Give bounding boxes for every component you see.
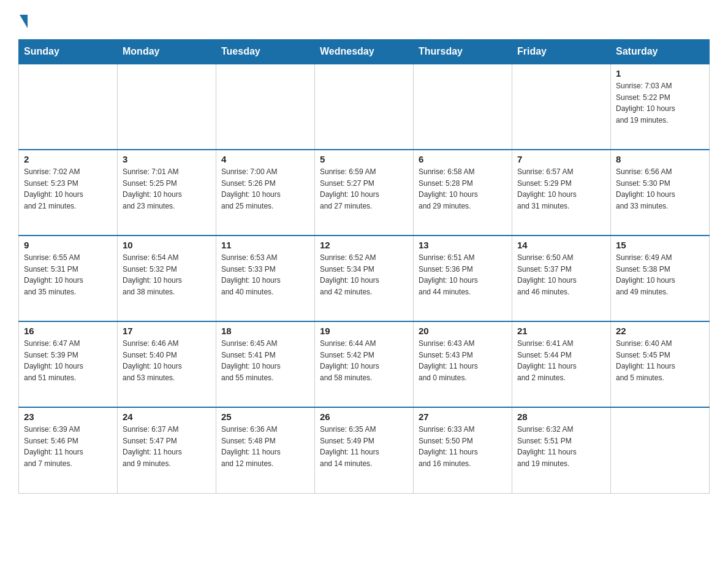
day-number: 25 — [221, 412, 309, 422]
day-number: 16 — [24, 326, 112, 336]
logo-triangle-icon — [20, 15, 28, 28]
calendar-cell: 10Sunrise: 6:54 AM Sunset: 5:32 PM Dayli… — [118, 236, 216, 321]
calendar-cell: 17Sunrise: 6:46 AM Sunset: 5:40 PM Dayli… — [118, 321, 216, 407]
day-number: 19 — [320, 326, 408, 336]
day-info: Sunrise: 6:49 AM Sunset: 5:38 PM Dayligh… — [616, 252, 704, 297]
day-info: Sunrise: 6:32 AM Sunset: 5:51 PM Dayligh… — [517, 424, 605, 469]
day-info: Sunrise: 7:03 AM Sunset: 5:22 PM Dayligh… — [616, 80, 704, 126]
weekday-header-friday: Friday — [512, 40, 611, 64]
day-number: 22 — [616, 326, 704, 336]
page-header — [18, 12, 710, 28]
calendar-table: SundayMondayTuesdayWednesdayThursdayFrid… — [18, 39, 710, 494]
day-number: 10 — [123, 240, 211, 250]
day-number: 9 — [24, 240, 112, 250]
calendar-cell: 5Sunrise: 6:59 AM Sunset: 5:27 PM Daylig… — [315, 150, 414, 236]
calendar-cell: 21Sunrise: 6:41 AM Sunset: 5:44 PM Dayli… — [512, 321, 611, 407]
day-info: Sunrise: 6:43 AM Sunset: 5:43 PM Dayligh… — [419, 338, 507, 383]
day-info: Sunrise: 6:51 AM Sunset: 5:36 PM Dayligh… — [419, 252, 507, 297]
day-info: Sunrise: 7:01 AM Sunset: 5:25 PM Dayligh… — [123, 166, 211, 212]
day-info: Sunrise: 6:47 AM Sunset: 5:39 PM Dayligh… — [24, 338, 112, 383]
calendar-cell — [118, 64, 216, 150]
day-info: Sunrise: 6:58 AM Sunset: 5:28 PM Dayligh… — [419, 166, 507, 212]
calendar-week-3: 9Sunrise: 6:55 AM Sunset: 5:31 PM Daylig… — [19, 236, 710, 321]
day-info: Sunrise: 6:57 AM Sunset: 5:29 PM Dayligh… — [517, 166, 605, 212]
calendar-cell: 8Sunrise: 6:56 AM Sunset: 5:30 PM Daylig… — [611, 150, 710, 236]
day-info: Sunrise: 6:56 AM Sunset: 5:30 PM Dayligh… — [616, 166, 704, 212]
day-number: 17 — [123, 326, 211, 336]
calendar-cell: 1Sunrise: 7:03 AM Sunset: 5:22 PM Daylig… — [611, 64, 710, 150]
day-number: 11 — [221, 240, 309, 250]
day-number: 21 — [517, 326, 605, 336]
day-info: Sunrise: 6:55 AM Sunset: 5:31 PM Dayligh… — [24, 252, 112, 297]
calendar-cell — [216, 64, 315, 150]
weekday-header-sunday: Sunday — [19, 40, 118, 64]
day-info: Sunrise: 6:33 AM Sunset: 5:50 PM Dayligh… — [419, 424, 507, 469]
calendar-week-2: 2Sunrise: 7:02 AM Sunset: 5:23 PM Daylig… — [19, 150, 710, 236]
day-info: Sunrise: 6:52 AM Sunset: 5:34 PM Dayligh… — [320, 252, 408, 297]
day-info: Sunrise: 7:00 AM Sunset: 5:26 PM Dayligh… — [221, 166, 309, 212]
day-info: Sunrise: 6:37 AM Sunset: 5:47 PM Dayligh… — [123, 424, 211, 469]
calendar-cell: 7Sunrise: 6:57 AM Sunset: 5:29 PM Daylig… — [512, 150, 611, 236]
calendar-cell: 14Sunrise: 6:50 AM Sunset: 5:37 PM Dayli… — [512, 236, 611, 321]
day-number: 12 — [320, 240, 408, 250]
day-number: 20 — [419, 326, 507, 336]
calendar-cell — [512, 64, 611, 150]
day-info: Sunrise: 6:40 AM Sunset: 5:45 PM Dayligh… — [616, 338, 704, 383]
day-number: 15 — [616, 240, 704, 250]
calendar-cell: 25Sunrise: 6:36 AM Sunset: 5:48 PM Dayli… — [216, 407, 315, 493]
day-number: 13 — [419, 240, 507, 250]
calendar-cell: 2Sunrise: 7:02 AM Sunset: 5:23 PM Daylig… — [19, 150, 118, 236]
calendar-cell — [315, 64, 414, 150]
day-info: Sunrise: 6:53 AM Sunset: 5:33 PM Dayligh… — [221, 252, 309, 297]
calendar-week-4: 16Sunrise: 6:47 AM Sunset: 5:39 PM Dayli… — [19, 321, 710, 407]
day-number: 6 — [419, 154, 507, 164]
day-info: Sunrise: 6:39 AM Sunset: 5:46 PM Dayligh… — [24, 424, 112, 469]
weekday-header-wednesday: Wednesday — [315, 40, 414, 64]
day-info: Sunrise: 6:35 AM Sunset: 5:49 PM Dayligh… — [320, 424, 408, 469]
day-info: Sunrise: 6:46 AM Sunset: 5:40 PM Dayligh… — [123, 338, 211, 383]
calendar-cell: 23Sunrise: 6:39 AM Sunset: 5:46 PM Dayli… — [19, 407, 118, 493]
day-info: Sunrise: 6:45 AM Sunset: 5:41 PM Dayligh… — [221, 338, 309, 383]
day-number: 18 — [221, 326, 309, 336]
calendar-cell: 12Sunrise: 6:52 AM Sunset: 5:34 PM Dayli… — [315, 236, 414, 321]
day-number: 3 — [123, 154, 211, 164]
calendar-week-5: 23Sunrise: 6:39 AM Sunset: 5:46 PM Dayli… — [19, 407, 710, 493]
day-number: 28 — [517, 412, 605, 422]
logo — [18, 12, 28, 28]
calendar-week-1: 1Sunrise: 7:03 AM Sunset: 5:22 PM Daylig… — [19, 64, 710, 150]
day-number: 7 — [517, 154, 605, 164]
calendar-cell: 11Sunrise: 6:53 AM Sunset: 5:33 PM Dayli… — [216, 236, 315, 321]
calendar-cell: 28Sunrise: 6:32 AM Sunset: 5:51 PM Dayli… — [512, 407, 611, 493]
day-info: Sunrise: 6:59 AM Sunset: 5:27 PM Dayligh… — [320, 166, 408, 212]
calendar-cell: 27Sunrise: 6:33 AM Sunset: 5:50 PM Dayli… — [414, 407, 512, 493]
calendar-cell: 18Sunrise: 6:45 AM Sunset: 5:41 PM Dayli… — [216, 321, 315, 407]
day-number: 1 — [616, 68, 704, 79]
calendar-cell — [19, 64, 118, 150]
day-number: 24 — [123, 412, 211, 422]
calendar-cell: 15Sunrise: 6:49 AM Sunset: 5:38 PM Dayli… — [611, 236, 710, 321]
calendar-cell: 9Sunrise: 6:55 AM Sunset: 5:31 PM Daylig… — [19, 236, 118, 321]
day-info: Sunrise: 6:36 AM Sunset: 5:48 PM Dayligh… — [221, 424, 309, 469]
calendar-cell: 22Sunrise: 6:40 AM Sunset: 5:45 PM Dayli… — [611, 321, 710, 407]
day-number: 5 — [320, 154, 408, 164]
day-number: 2 — [24, 154, 112, 164]
day-info: Sunrise: 6:41 AM Sunset: 5:44 PM Dayligh… — [517, 338, 605, 383]
calendar-cell: 13Sunrise: 6:51 AM Sunset: 5:36 PM Dayli… — [414, 236, 512, 321]
day-number: 4 — [221, 154, 309, 164]
calendar-cell: 24Sunrise: 6:37 AM Sunset: 5:47 PM Dayli… — [118, 407, 216, 493]
day-number: 8 — [616, 154, 704, 164]
weekday-header-tuesday: Tuesday — [216, 40, 315, 64]
calendar-cell: 19Sunrise: 6:44 AM Sunset: 5:42 PM Dayli… — [315, 321, 414, 407]
calendar-cell: 26Sunrise: 6:35 AM Sunset: 5:49 PM Dayli… — [315, 407, 414, 493]
day-number: 23 — [24, 412, 112, 422]
calendar-cell — [611, 407, 710, 493]
weekday-header-saturday: Saturday — [611, 40, 710, 64]
day-info: Sunrise: 7:02 AM Sunset: 5:23 PM Dayligh… — [24, 166, 112, 212]
calendar-cell — [414, 64, 512, 150]
day-number: 27 — [419, 412, 507, 422]
day-info: Sunrise: 6:50 AM Sunset: 5:37 PM Dayligh… — [517, 252, 605, 297]
day-number: 26 — [320, 412, 408, 422]
weekday-header-thursday: Thursday — [414, 40, 512, 64]
calendar-cell: 6Sunrise: 6:58 AM Sunset: 5:28 PM Daylig… — [414, 150, 512, 236]
calendar-cell: 16Sunrise: 6:47 AM Sunset: 5:39 PM Dayli… — [19, 321, 118, 407]
